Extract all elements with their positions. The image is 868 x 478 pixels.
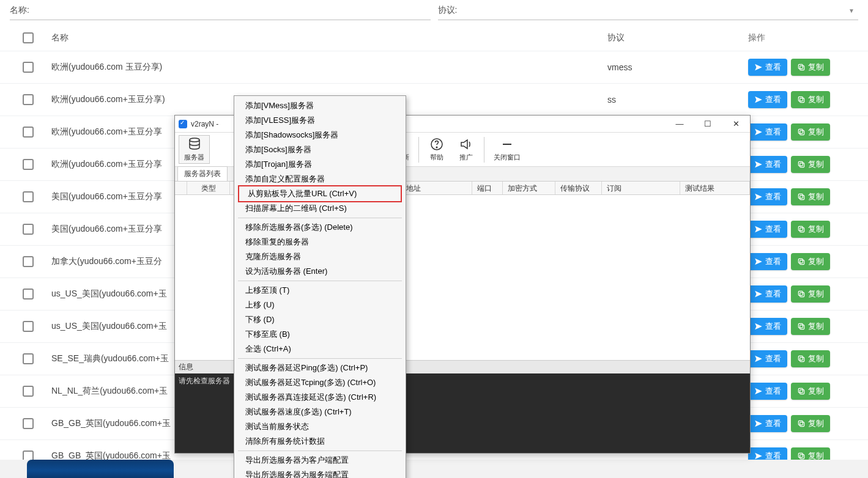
copy-button[interactable]: 复制 — [791, 59, 830, 76]
row-checkbox[interactable] — [23, 418, 34, 429]
maximize-button[interactable]: ☐ — [694, 116, 722, 133]
database-icon — [187, 137, 202, 152]
ctx-item[interactable]: 下移至底 (B) — [236, 327, 404, 342]
svg-rect-9 — [798, 194, 803, 198]
ctx-item[interactable]: 添加[VMess]服务器 — [236, 98, 404, 113]
view-button-label: 查看 — [765, 191, 781, 202]
ctx-item[interactable]: 克隆所选服务器 — [236, 249, 404, 264]
servers-toolbar-button[interactable]: 服务器 — [179, 135, 210, 164]
ctx-item[interactable]: 全选 (Ctrl+A) — [236, 342, 404, 356]
send-icon — [754, 257, 763, 266]
speaker-icon — [459, 137, 473, 152]
view-button[interactable]: 查看 — [748, 350, 787, 367]
protocol-filter-input[interactable] — [462, 6, 848, 15]
view-button[interactable]: 查看 — [748, 253, 787, 270]
ctx-item[interactable]: 测试服务器延迟Ping(多选) (Ctrl+P) — [236, 361, 404, 375]
row-checkbox[interactable] — [23, 191, 34, 202]
server-context-menu[interactable]: 添加[VMess]服务器添加[VLESS]服务器添加[Shadowsocks]服… — [234, 95, 406, 478]
ctx-item[interactable]: 导出所选服务器为服务端配置 — [236, 468, 404, 478]
row-checkbox[interactable] — [23, 127, 34, 138]
view-button[interactable]: 查看 — [748, 156, 787, 173]
ctx-item[interactable]: 添加[Trojan]服务器 — [236, 157, 404, 172]
name-filter-input[interactable] — [34, 6, 431, 15]
window-title: v2rayN - — [191, 120, 218, 128]
select-all-checkbox[interactable] — [23, 32, 34, 43]
copy-icon — [797, 193, 806, 201]
view-button[interactable]: 查看 — [748, 221, 787, 238]
view-button-label: 查看 — [765, 353, 781, 364]
row-checkbox[interactable] — [23, 386, 34, 397]
copy-button[interactable]: 复制 — [791, 350, 830, 367]
copy-button[interactable]: 复制 — [791, 383, 830, 400]
svg-rect-13 — [798, 259, 803, 263]
view-button-label: 查看 — [765, 289, 781, 300]
ctx-item[interactable]: 添加[VLESS]服务器 — [236, 113, 404, 128]
view-button[interactable]: 查看 — [748, 59, 787, 76]
view-button[interactable]: 查看 — [748, 91, 787, 108]
ctx-import-url-highlighted[interactable]: 从剪贴板导入批量URL (Ctrl+V) — [238, 185, 402, 202]
view-button[interactable]: 查看 — [748, 383, 787, 400]
view-button[interactable]: 查看 — [748, 415, 787, 432]
ctx-item[interactable]: 清除所有服务统计数据 — [236, 434, 404, 449]
ctx-item[interactable]: 导出所选服务器为客户端配置 — [236, 453, 404, 468]
promo-button[interactable]: 推广 — [452, 135, 480, 164]
row-checkbox[interactable] — [23, 321, 34, 332]
close-button[interactable]: ✕ — [722, 116, 750, 133]
copy-button[interactable]: 复制 — [791, 188, 830, 205]
copy-icon — [797, 290, 806, 298]
ctx-item[interactable]: 测试服务器速度(多选) (Ctrl+T) — [236, 405, 404, 419]
server-list-tab[interactable]: 服务器列表 — [177, 166, 228, 181]
ctx-item[interactable]: 上移至顶 (T) — [236, 283, 404, 298]
copy-button[interactable]: 复制 — [791, 415, 830, 432]
row-protocol: vmess — [607, 62, 748, 72]
protocol-filter[interactable]: 协议: ▼ — [438, 2, 859, 20]
help-button[interactable]: 帮助 — [423, 135, 451, 164]
close-window-button[interactable]: 关闭窗口 — [488, 135, 526, 164]
minimize-button[interactable]: ― — [666, 116, 694, 133]
row-checkbox[interactable] — [23, 94, 34, 105]
help-icon — [429, 137, 444, 152]
copy-button[interactable]: 复制 — [791, 91, 830, 108]
ctx-item[interactable]: 测试服务器延迟Tcping(多选) (Ctrl+O) — [236, 375, 404, 390]
view-button-label: 查看 — [765, 256, 781, 267]
ctx-item[interactable]: 扫描屏幕上的二维码 (Ctrl+S) — [236, 201, 404, 216]
row-checkbox[interactable] — [23, 353, 34, 364]
ctx-item[interactable]: 添加[Shadowsocks]服务器 — [236, 128, 404, 142]
copy-button[interactable]: 复制 — [791, 221, 830, 238]
copy-button[interactable]: 复制 — [791, 285, 830, 303]
row-checkbox[interactable] — [23, 256, 34, 267]
copy-icon — [797, 355, 806, 363]
ctx-item[interactable]: 添加[Socks]服务器 — [236, 142, 404, 157]
ctx-item[interactable]: 下移 (D) — [236, 312, 404, 327]
copy-icon — [797, 225, 806, 233]
copy-button[interactable]: 复制 — [791, 318, 830, 335]
copy-button[interactable]: 复制 — [791, 253, 830, 270]
ctx-item[interactable]: 移除重复的服务器 — [236, 235, 404, 249]
ctx-item[interactable]: 移除所选服务器(多选) (Delete) — [236, 220, 404, 235]
svg-rect-25 — [798, 453, 803, 457]
row-checkbox[interactable] — [23, 289, 34, 300]
ctx-item[interactable]: 测试服务器真连接延迟(多选) (Ctrl+R) — [236, 390, 404, 405]
view-button[interactable]: 查看 — [748, 123, 787, 141]
svg-rect-5 — [798, 129, 803, 133]
ctx-item[interactable]: 上移 (U) — [236, 298, 404, 312]
view-button-label: 查看 — [765, 159, 781, 170]
copy-button[interactable]: 复制 — [791, 123, 830, 141]
copy-button[interactable]: 复制 — [791, 156, 830, 173]
table-row[interactable]: 欧洲(yudou66.com+玉豆分享) ss 查看 复制 — [0, 84, 868, 116]
row-checkbox[interactable] — [23, 62, 34, 73]
send-icon — [754, 419, 763, 428]
table-row[interactable]: 欧洲(yudou66.com 玉豆分享) vmess 查看 复制 — [0, 51, 868, 84]
row-checkbox[interactable] — [23, 159, 34, 170]
name-filter[interactable]: 名称: — [10, 2, 431, 20]
view-button[interactable]: 查看 — [748, 285, 787, 303]
ctx-item[interactable]: 测试当前服务状态 — [236, 419, 404, 434]
ctx-item[interactable]: 添加自定义配置服务器 — [236, 172, 404, 186]
svg-rect-2 — [800, 98, 804, 103]
row-checkbox[interactable] — [23, 224, 34, 235]
svg-rect-4 — [800, 131, 804, 135]
ctx-item[interactable]: 设为活动服务器 (Enter) — [236, 264, 404, 279]
view-button[interactable]: 查看 — [748, 188, 787, 205]
copy-button-label: 复制 — [808, 127, 824, 138]
view-button[interactable]: 查看 — [748, 318, 787, 335]
